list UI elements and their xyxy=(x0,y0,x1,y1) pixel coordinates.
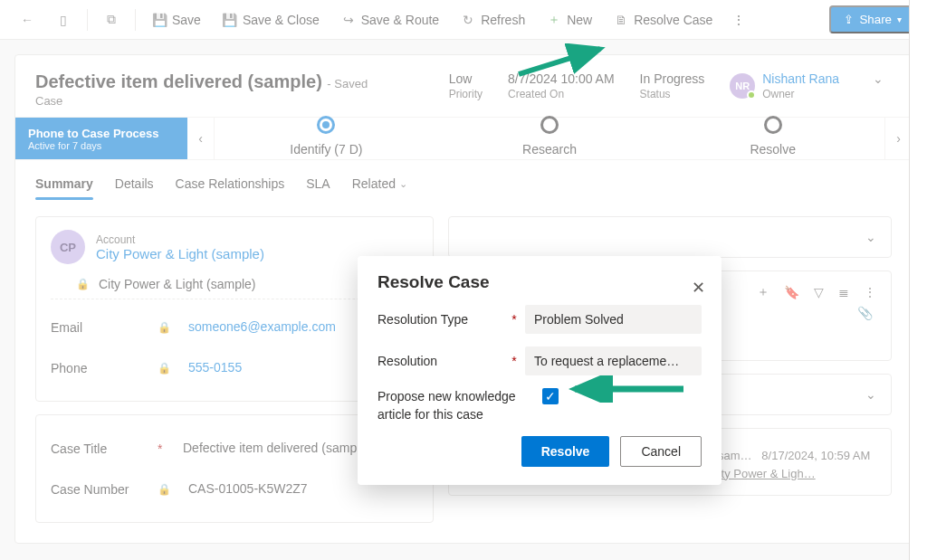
cancel-button[interactable]: Cancel xyxy=(620,436,702,467)
required-icon: * xyxy=(511,312,520,327)
check-icon: ✓ xyxy=(545,389,556,403)
resolve-case-dialog: Resolve Case ✕ Resolution Type * Resolut… xyxy=(358,256,722,485)
kb-article-label: Propose new knowledge article for this c… xyxy=(377,388,522,423)
resolution-type-label: Resolution Type xyxy=(377,312,506,327)
right-rail xyxy=(909,0,927,560)
resolve-button[interactable]: Resolve xyxy=(521,436,610,467)
resolution-input[interactable] xyxy=(525,346,702,375)
required-icon: * xyxy=(511,354,520,368)
resolution-type-input[interactable] xyxy=(525,305,702,334)
close-icon: ✕ xyxy=(692,279,705,297)
resolution-label: Resolution xyxy=(377,354,506,368)
dialog-title: Resolve Case xyxy=(377,272,702,292)
kb-article-checkbox[interactable]: ✓ xyxy=(542,388,559,404)
close-button[interactable]: ✕ xyxy=(692,278,705,298)
